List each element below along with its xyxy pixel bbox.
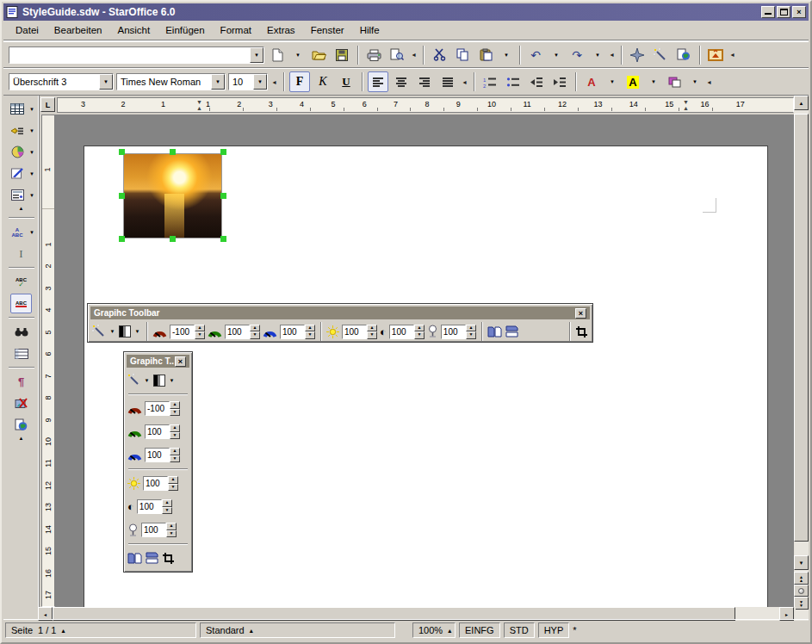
blue-spinbox[interactable]: 100 ▲▼ (145, 448, 180, 462)
font-size-combobox[interactable]: 10 ▼ (228, 73, 268, 90)
filter-wand-icon[interactable] (92, 325, 106, 338)
page-style-field[interactable]: Standard ▴ (200, 622, 395, 638)
green-value[interactable]: 100 (225, 325, 250, 339)
chevron-down-icon[interactable]: ▼ (143, 378, 151, 383)
contrast-spinbox[interactable]: 100 ▲▼ (137, 499, 172, 514)
close-button[interactable]: × (792, 6, 806, 18)
flip-horizontal-icon[interactable] (127, 552, 142, 565)
close-button[interactable]: × (575, 308, 586, 319)
gamma-spinbox[interactable]: 100 ▲▼ (141, 523, 177, 537)
spin-down-icon[interactable]: ▼ (170, 455, 180, 463)
insert-table-button[interactable] (7, 99, 28, 119)
autospellcheck-button[interactable]: ABC (10, 294, 32, 313)
chevron-down-icon[interactable]: ▼ (133, 329, 141, 334)
menu-format[interactable]: Format (214, 23, 258, 37)
gamma-value[interactable]: 100 (441, 325, 466, 339)
bold-button[interactable]: F (289, 71, 310, 92)
spin-down-icon[interactable]: ▼ (166, 530, 177, 538)
red-spinbox[interactable]: -100 ▲▼ (170, 325, 205, 339)
chevron-down-icon[interactable]: ▼ (28, 128, 36, 133)
spin-up-icon[interactable]: ▲ (414, 325, 425, 332)
decrease-indent-button[interactable] (526, 71, 547, 92)
menu-bearbeiten[interactable]: Bearbeiten (47, 23, 109, 37)
font-dropdown-button[interactable]: ▼ (211, 74, 225, 90)
previous-page-button[interactable]: ▲▲ (794, 572, 809, 585)
toolbar-overflow-icon[interactable]: ◂ (270, 78, 278, 86)
print-button[interactable] (363, 45, 384, 65)
spin-up-icon[interactable]: ▲ (166, 523, 177, 530)
flip-vertical-icon[interactable] (145, 552, 159, 565)
spin-up-icon[interactable]: ▲ (305, 325, 315, 332)
copy-button[interactable] (452, 45, 473, 65)
scroll-down-button[interactable]: ▼ (794, 555, 809, 570)
background-color-button[interactable] (664, 71, 685, 92)
spin-down-icon[interactable]: ▼ (414, 331, 425, 339)
spin-up-icon[interactable]: ▲ (170, 448, 180, 455)
chevron-down-icon[interactable]: ▼ (28, 150, 36, 155)
highlight-button[interactable]: A (623, 71, 643, 92)
spin-down-icon[interactable]: ▼ (162, 507, 172, 515)
brightness-spinbox[interactable]: 100 ▲▼ (143, 476, 178, 491)
navigator-button[interactable] (627, 45, 648, 65)
brightness-value[interactable]: 100 (342, 325, 367, 339)
blue-value[interactable]: 100 (145, 448, 170, 462)
selection-handle-n[interactable] (170, 149, 176, 155)
undo-button[interactable]: ↶ (525, 45, 546, 65)
spellcheck-button[interactable]: ABC ✓ (10, 272, 32, 292)
toolbar-overflow-icon[interactable]: ◂ (461, 78, 468, 86)
selection-handle-se[interactable] (220, 236, 226, 242)
contrast-spinbox[interactable]: 100 ▲▼ (389, 325, 425, 339)
spin-up-icon[interactable]: ▲ (170, 401, 180, 409)
toolbar-collapse-icon[interactable]: ▲ (19, 206, 24, 214)
selection-mode-field[interactable]: STD (504, 622, 535, 638)
url-dropdown-button[interactable]: ▼ (250, 47, 263, 63)
filter-wand-icon[interactable] (127, 374, 140, 387)
direct-cursor-button[interactable]: I (10, 244, 32, 263)
menu-datei[interactable]: Datei (9, 23, 46, 37)
font-color-button[interactable]: A (581, 71, 602, 92)
green-spinbox[interactable]: 100 ▲▼ (225, 325, 260, 339)
align-right-button[interactable] (414, 71, 435, 92)
insert-fields-button[interactable] (7, 121, 28, 140)
blue-value[interactable]: 100 (280, 325, 305, 339)
paste-dropdown[interactable]: ▼ (499, 45, 514, 65)
vertical-scrollbar[interactable]: ▲ ▼ ▲▲ ▼▼ (794, 96, 809, 621)
stylist-button[interactable] (650, 45, 671, 65)
menu-hilfe[interactable]: Hilfe (353, 23, 387, 37)
url-input[interactable] (9, 47, 250, 63)
paragraph-style-value[interactable]: Überschrift 3 (9, 74, 99, 90)
brightness-value[interactable]: 100 (143, 476, 168, 491)
menu-einfuegen[interactable]: Einfügen (158, 23, 211, 37)
cut-button[interactable] (429, 45, 449, 65)
contrast-value[interactable]: 100 (389, 325, 414, 339)
next-page-button[interactable]: ▼▼ (794, 597, 809, 610)
title-bar[interactable]: StyleGuide.sdw - StarOffice 6.0 × (3, 3, 809, 21)
crop-icon[interactable] (162, 552, 175, 565)
menu-ansicht[interactable]: Ansicht (110, 23, 157, 37)
page-preview-button[interactable] (387, 45, 407, 65)
data-sources-button[interactable] (10, 344, 32, 363)
blue-spinbox[interactable]: 100 ▲▼ (280, 325, 315, 339)
underline-button[interactable]: U (336, 71, 356, 92)
spin-down-icon[interactable]: ▼ (250, 331, 260, 339)
font-color-dropdown[interactable]: ▼ (604, 71, 620, 92)
indent-marker-bottom-icon[interactable]: ▲ (196, 105, 202, 111)
toolbar-overflow-icon[interactable]: ◂ (608, 51, 616, 59)
green-spinbox[interactable]: 100 ▲▼ (145, 424, 180, 439)
spin-down-icon[interactable]: ▼ (305, 331, 315, 339)
spin-up-icon[interactable]: ▲ (367, 325, 377, 332)
highlight-dropdown[interactable]: ▼ (646, 71, 661, 92)
size-dropdown-button[interactable]: ▼ (253, 74, 267, 90)
background-color-dropdown[interactable]: ▼ (687, 71, 703, 92)
spin-down-icon[interactable]: ▼ (195, 331, 205, 339)
graphic-toolbar-small-window[interactable]: Grapihc T.. × ▼ ▼ -100 ▲▼ 100 ▲▼ (123, 351, 193, 573)
paste-button[interactable] (475, 45, 496, 65)
gamma-value[interactable]: 100 (141, 523, 166, 537)
gallery-button[interactable] (705, 45, 726, 65)
sunset-image[interactable] (124, 154, 221, 238)
toolbar-overflow-icon[interactable]: ◂ (728, 51, 736, 59)
increase-indent-button[interactable] (549, 71, 570, 92)
tab-type-selector[interactable]: L (40, 97, 55, 112)
save-button[interactable] (332, 45, 352, 65)
graphics-mode-icon[interactable] (153, 375, 165, 387)
